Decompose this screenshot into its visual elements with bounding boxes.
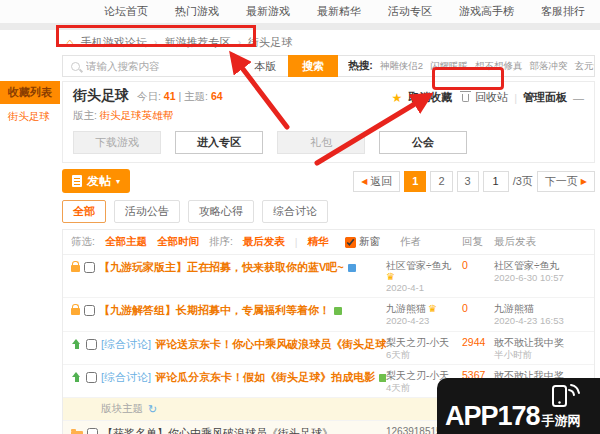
last-reply-user[interactable]: 社区管家÷鱼丸 [494,259,586,272]
thread-category-tag[interactable]: [综合讨论] [101,337,151,352]
enter-zone-button[interactable]: 进入专区 [175,131,263,154]
arrow-left-icon: ◀ [361,177,367,186]
pinned-up-icon [71,372,82,383]
thread-date: 6天前 [386,349,462,361]
attachment-icon [334,307,342,315]
arrow-right-icon: ▶ [581,177,587,186]
last-reply-time: 2020-6-30 10:57 [494,272,586,284]
sort-select[interactable]: 最后发表 [243,235,285,249]
hot-search-link[interactable]: 玄元剑仙 [575,60,594,73]
thread-author-link[interactable]: 九游熊猫♛ [386,302,462,315]
filter-type-select[interactable]: 全部主题 [105,235,147,249]
tab-all[interactable]: 全部 [62,200,106,223]
topic-count: 64 [211,90,223,102]
refresh-icon[interactable]: ↻ [148,403,157,416]
nav-item-new-digest[interactable]: 最新精华 [317,4,361,19]
thread-checkbox[interactable] [84,305,95,316]
pager-back-button[interactable]: ◀返回 [353,171,400,192]
thread-title-link[interactable]: 【九游解答组】长期招募中，专属福利等着你！ [99,303,330,318]
new-window-toggle[interactable]: 新窗 [345,235,380,249]
thread-title-link[interactable]: 【获奖名单】你心中乘风破浪球员《街头足球》 [102,426,333,434]
guild-button[interactable]: 公会 [379,131,467,154]
thread-category-tag[interactable]: [综合讨论] [101,370,151,385]
lock-icon [71,308,80,315]
pager-page-2[interactable]: 2 [430,171,452,192]
hot-search-link[interactable]: 部落冲突 [530,60,568,73]
digest-filter[interactable]: 精华 [308,235,329,249]
home-icon[interactable]: ⌂ [66,36,74,49]
nav-item-service-rank[interactable]: 客服排行 [541,4,585,19]
thread-title-link[interactable]: 评论送京东卡！你心中乘风破浪球员《街头足球》 [155,337,386,352]
column-header-replies: 回复 [462,235,494,249]
today-count: 41 [164,90,176,102]
forum-header-panel: 街头足球 今日: 41 | 主题: 64 ★ 取消收藏 回收站 | 管理面板 —… [62,81,595,163]
hot-search-link[interactable]: 想不想修真 [475,60,523,73]
favorites-sidebar: 收藏列表 街头足球 [0,81,60,163]
tab-activity[interactable]: 活动公告 [114,200,180,223]
app178-watermark: APP178 手游网 [437,378,600,434]
manage-panel-link[interactable]: 管理面板 [523,90,567,105]
thread-title-link[interactable]: 【九游玩家版主】正在招募，快来获取你的蓝V吧~ [99,260,344,275]
breadcrumb-forum[interactable]: 手机游戏论坛 [81,35,147,50]
reply-count: 0 [462,302,468,314]
search-box: 本版 搜索 热搜: 神雕侠侣2 闪耀暖暖 想不想修真 部落冲突 玄元剑仙 [62,55,595,77]
search-scope-select[interactable]: 本版 [242,59,288,74]
attachment-icon [379,374,386,382]
hot-search: 热搜: 神雕侠侣2 闪耀暖暖 想不想修真 部落冲突 玄元剑仙 [348,59,594,73]
last-reply-user[interactable]: 九游熊猫 [494,302,586,315]
hot-search-link[interactable]: 闪耀暖暖 [430,60,468,73]
last-reply-user[interactable]: 敢不敢让我中奖 [494,336,586,349]
nav-item-hot-games[interactable]: 热门游戏 [175,4,219,19]
thread-checkbox[interactable] [86,372,97,383]
crown-icon: ♛ [428,303,437,314]
filter-time-select[interactable]: 全部时间 [157,235,199,249]
unfavorite-button[interactable]: 取消收藏 [408,90,452,105]
gift-pack-button[interactable]: 礼包 [277,131,365,154]
search-row: 本版 搜索 热搜: 神雕侠侣2 闪耀暖暖 想不想修真 部落冲突 玄元剑仙 [62,55,595,77]
collapse-button[interactable]: — [573,92,584,104]
pinned-up-icon [71,339,82,350]
search-icon [71,62,80,71]
nav-item-forum-home[interactable]: 论坛首页 [104,4,148,19]
breadcrumb-current[interactable]: 街头足球 [238,35,293,50]
forum-page: 论坛首页 热门游戏 最新游戏 最新精华 活动专区 游戏高手榜 客服排行 直播 ⌂… [0,0,600,434]
thread-author-link[interactable]: 梨天之刃-小天 [386,336,462,349]
thread-title-link[interactable]: 评论瓜分京东卡！假如《街头足球》拍成电影 [155,370,375,385]
pager-next-button[interactable]: 下一页▶ [537,171,595,192]
last-reply-time: 2020-4-23 16:53 [494,315,586,327]
favorites-item-street-soccer[interactable]: 街头足球 [0,104,60,124]
thread-date: 2020-4-1 [386,282,462,294]
nav-item-new-games[interactable]: 最新游戏 [246,4,290,19]
new-window-checkbox[interactable] [345,237,356,248]
last-reply-time: 半小时前 [494,349,586,361]
recycle-bin-link[interactable]: 回收站 [475,90,508,105]
thread-checkbox[interactable] [86,339,97,350]
thread-row: 【九游解答组】长期招募中，专属福利等着你！ 九游熊猫♛ 2020-4-23 0 … [63,298,594,331]
pager-page-3[interactable]: 3 [457,171,479,192]
star-icon: ★ [391,91,402,105]
tab-guides[interactable]: 攻略心得 [188,200,254,223]
lock-icon [71,265,80,272]
download-game-button[interactable]: 下载游戏 [73,131,161,154]
thread-author-link[interactable]: 社区管家÷鱼丸 [386,259,462,272]
forum-stats: 今日: 41 | 主题: 64 [137,90,223,104]
search-input[interactable] [86,60,242,72]
nav-item-activity-zone[interactable]: 活动专区 [388,4,432,19]
moderator-link[interactable]: 街头足球英雄帮 [100,109,174,121]
column-header-last: 最后发表 [494,235,586,249]
attachment-icon [348,264,356,272]
thread-checkbox[interactable] [87,428,98,434]
top-nav: 论坛首页 热门游戏 最新游戏 最新精华 活动专区 游戏高手榜 客服排行 直播 [0,0,600,23]
new-post-button[interactable]: 发帖 ▾ [62,169,130,193]
tab-discussion[interactable]: 综合讨论 [262,200,328,223]
nav-item-master-rank[interactable]: 游戏高手榜 [459,4,514,19]
thread-checkbox[interactable] [84,262,95,273]
divider-strip [0,23,600,30]
trash-icon [462,94,469,102]
hot-search-link[interactable]: 神雕侠侣2 [380,60,423,73]
pager-page-1[interactable]: 1 [404,171,426,192]
breadcrumb-section[interactable]: 新游推荐专区 [154,35,231,50]
pager-page-input[interactable] [483,171,509,192]
category-tabs: 全部 活动公告 攻略心得 综合讨论 [62,200,595,223]
search-button[interactable]: 搜索 [288,55,338,77]
